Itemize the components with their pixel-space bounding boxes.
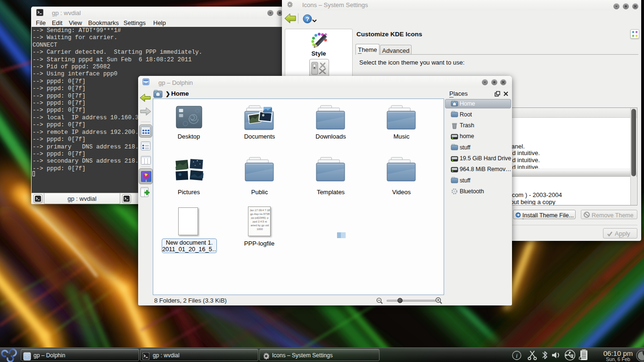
svg-text:?: ? <box>305 16 309 23</box>
svg-text:i: i <box>516 352 518 359</box>
